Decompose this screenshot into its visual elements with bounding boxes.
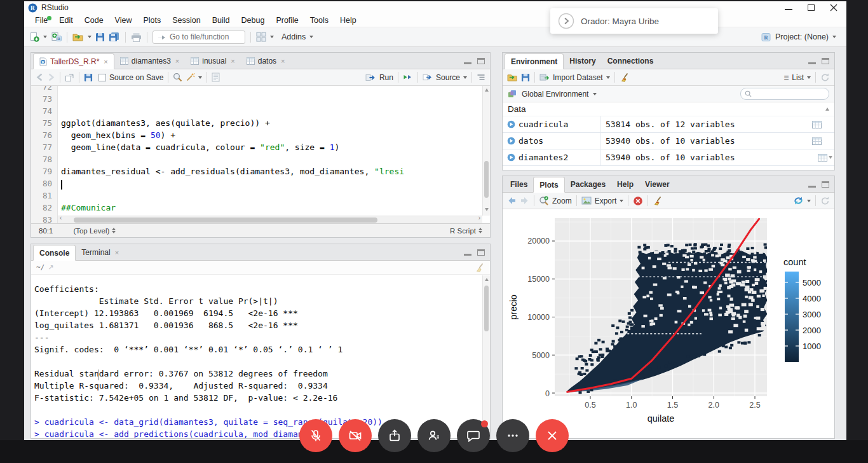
tab-diamantes3[interactable]: diamantes3 × bbox=[114, 53, 185, 69]
pane-minimize-icon[interactable] bbox=[464, 59, 471, 64]
tab-close-icon[interactable]: × bbox=[175, 57, 179, 65]
tab-close-icon[interactable]: × bbox=[115, 249, 119, 256]
goto-file-box[interactable] bbox=[153, 31, 245, 44]
pane-minimize-icon[interactable] bbox=[808, 182, 816, 188]
publish-icon[interactable] bbox=[793, 196, 804, 205]
new-file-icon[interactable] bbox=[29, 32, 39, 42]
source-on-save-checkbox[interactable] bbox=[98, 74, 106, 81]
import-dataset-caret[interactable] bbox=[606, 76, 610, 79]
scope-selector[interactable]: (Top Level) bbox=[73, 227, 109, 235]
hscroll-left-icon[interactable]: ‹ bbox=[60, 214, 62, 221]
view-table-icon[interactable] bbox=[818, 154, 827, 162]
minimize-button[interactable] bbox=[785, 9, 792, 10]
refresh-plot-icon[interactable] bbox=[820, 196, 830, 205]
file-type-selector[interactable]: R Script bbox=[450, 227, 476, 235]
environment-search-input[interactable] bbox=[754, 90, 818, 98]
menu-item-tools[interactable]: Tools bbox=[304, 15, 334, 26]
code-area[interactable]: 7273 7475 7677 7879 8081 8283 ggplot(dia… bbox=[31, 86, 490, 223]
new-file-caret[interactable] bbox=[43, 36, 47, 38]
tab-inusual[interactable]: inusual × bbox=[185, 53, 240, 69]
tab-packages[interactable]: Packages bbox=[565, 176, 611, 192]
pane-layout-caret[interactable] bbox=[270, 36, 274, 38]
tab-viewer[interactable]: Viewer bbox=[639, 176, 675, 192]
code-tools-caret[interactable] bbox=[198, 76, 202, 79]
menu-item-debug[interactable]: Debug bbox=[236, 15, 271, 26]
forward-icon[interactable] bbox=[47, 73, 55, 81]
open-file-caret[interactable] bbox=[88, 36, 92, 38]
console-output[interactable]: Coefficients: Estimate Std. Error t valu… bbox=[34, 284, 480, 439]
source-caret[interactable] bbox=[463, 76, 467, 79]
tab-terminal[interactable]: Terminal× bbox=[76, 244, 125, 260]
env-row-datos[interactable]: datos 53940 obs. of 10 variables bbox=[503, 133, 834, 149]
back-icon[interactable] bbox=[36, 73, 44, 81]
maximize-button[interactable] bbox=[808, 4, 815, 11]
expand-chevron-icon[interactable] bbox=[558, 13, 574, 29]
env-row-cuadricula[interactable]: cuadricula 53814 obs. of 12 variables bbox=[503, 116, 834, 133]
project-selector[interactable]: Project: (None) bbox=[775, 32, 829, 41]
zoom-button[interactable]: Zoom bbox=[552, 197, 572, 205]
pane-maximize-icon[interactable] bbox=[477, 249, 485, 256]
next-plot-icon[interactable] bbox=[520, 197, 529, 205]
pane-maximize-icon[interactable] bbox=[822, 58, 829, 64]
project-caret[interactable] bbox=[832, 36, 836, 38]
clear-console-broom-icon[interactable] bbox=[475, 263, 485, 272]
load-workspace-icon[interactable] bbox=[507, 73, 518, 82]
tab-tallerds-script[interactable]: R TallerDS_R.R* × bbox=[33, 53, 114, 69]
tab-connections[interactable]: Connections bbox=[602, 53, 660, 69]
pane-maximize-icon[interactable] bbox=[822, 181, 829, 188]
pane-maximize-icon[interactable] bbox=[477, 58, 485, 64]
tab-files[interactable]: Files bbox=[505, 176, 533, 192]
addins-caret[interactable] bbox=[309, 36, 313, 38]
pane-minimize-icon[interactable] bbox=[464, 250, 471, 256]
tab-close-icon[interactable]: × bbox=[281, 57, 285, 65]
code-tools-wand-icon[interactable] bbox=[186, 73, 195, 82]
env-scroll-down-icon[interactable] bbox=[829, 156, 832, 159]
tab-close-icon[interactable]: × bbox=[104, 58, 107, 66]
find-icon[interactable] bbox=[173, 73, 182, 82]
run-button[interactable]: Run bbox=[379, 73, 393, 82]
export-image-icon[interactable] bbox=[581, 197, 592, 205]
rerun-icon[interactable] bbox=[403, 73, 413, 81]
export-button[interactable]: Export bbox=[595, 197, 617, 205]
participants-button[interactable] bbox=[417, 419, 451, 452]
hscroll-right-icon[interactable]: › bbox=[478, 214, 480, 221]
menu-item-help[interactable]: Help bbox=[334, 15, 362, 26]
editor-vscrollbar[interactable] bbox=[482, 86, 490, 216]
open-file-icon[interactable] bbox=[72, 32, 84, 42]
environment-search-box[interactable] bbox=[740, 88, 829, 100]
more-options-button[interactable] bbox=[496, 419, 529, 452]
mute-microphone-button[interactable] bbox=[299, 419, 332, 452]
share-screen-button[interactable] bbox=[378, 419, 411, 452]
source-file-icon[interactable] bbox=[423, 73, 433, 81]
pane-minimize-icon[interactable] bbox=[808, 59, 816, 64]
new-project-icon[interactable]: R bbox=[51, 32, 62, 42]
env-row-diamantes2[interactable]: diamantes2 53940 obs. of 10 variables bbox=[503, 149, 834, 166]
popout-icon[interactable] bbox=[65, 73, 74, 82]
document-outline-icon[interactable] bbox=[477, 73, 485, 81]
clear-environment-broom-icon[interactable] bbox=[620, 73, 630, 82]
print-icon[interactable] bbox=[131, 32, 142, 42]
publish-caret[interactable] bbox=[807, 200, 811, 202]
open-directory-icon[interactable]: ↗ bbox=[48, 263, 53, 272]
console-vscrollbar[interactable] bbox=[482, 275, 490, 438]
refresh-icon[interactable] bbox=[820, 73, 830, 82]
save-workspace-icon[interactable] bbox=[521, 73, 530, 82]
tab-history[interactable]: History bbox=[564, 53, 601, 69]
tab-help[interactable]: Help bbox=[611, 176, 639, 192]
addins-button[interactable]: Addins bbox=[281, 32, 306, 41]
import-dataset-icon[interactable] bbox=[539, 73, 550, 82]
env-scroll-up-icon[interactable] bbox=[825, 107, 829, 111]
save-icon[interactable] bbox=[84, 73, 93, 82]
tab-datos[interactable]: datos × bbox=[241, 53, 291, 69]
tab-console[interactable]: Console bbox=[33, 245, 76, 261]
tab-plots[interactable]: Plots bbox=[533, 177, 564, 193]
menu-item-view[interactable]: View bbox=[109, 15, 138, 26]
zoom-plot-icon[interactable] bbox=[539, 196, 549, 205]
tab-close-icon[interactable]: × bbox=[231, 57, 234, 65]
close-button[interactable] bbox=[830, 4, 837, 11]
menu-item-build[interactable]: Build bbox=[207, 15, 236, 26]
list-view-caret[interactable] bbox=[807, 76, 811, 79]
previous-plot-icon[interactable] bbox=[507, 197, 517, 205]
expand-object-icon[interactable] bbox=[507, 153, 515, 162]
save-all-icon[interactable] bbox=[109, 32, 120, 42]
